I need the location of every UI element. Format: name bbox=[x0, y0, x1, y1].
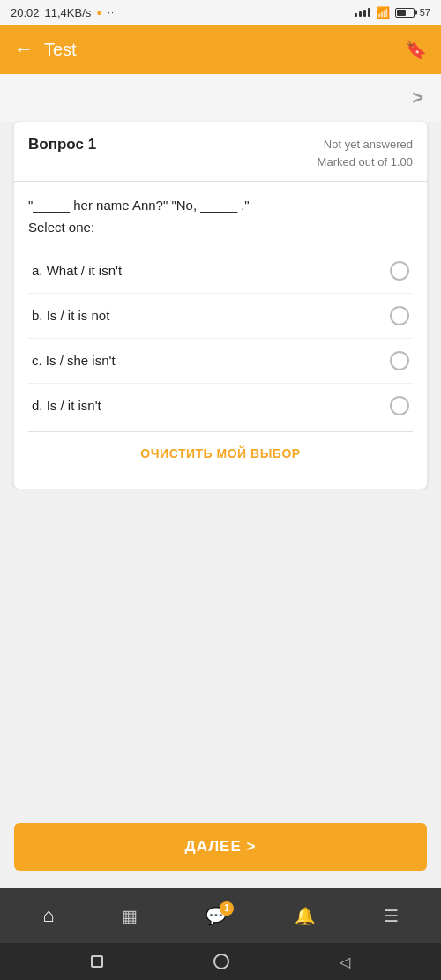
status-line2: Marked out of 1.00 bbox=[318, 153, 413, 171]
question-number: Вопрос 1 bbox=[28, 136, 96, 153]
clear-button[interactable]: ОЧИСТИТЬ МОЙ ВЫБОР bbox=[140, 446, 300, 460]
status-bar: 20:02 11,4KB/s ● ·· 📶 57 bbox=[0, 0, 441, 25]
back-button[interactable]: ← bbox=[14, 38, 34, 61]
next-btn-area: ДАЛЕЕ > bbox=[0, 805, 441, 888]
arrow-area: > bbox=[0, 74, 441, 122]
option-a-text: a. What / it isn't bbox=[32, 263, 122, 278]
status-dots2: ·· bbox=[108, 7, 115, 18]
question-header: Вопрос 1 Not yet answered Marked out of … bbox=[14, 122, 427, 182]
status-time: 20:02 bbox=[11, 6, 40, 19]
option-d-radio[interactable] bbox=[390, 396, 409, 415]
home-icon: ⌂ bbox=[42, 904, 54, 927]
next-button[interactable]: ДАЛЕЕ > bbox=[14, 823, 427, 871]
option-c-text: c. Is / she isn't bbox=[32, 353, 116, 368]
status-left: 20:02 11,4KB/s ● ·· bbox=[11, 6, 115, 19]
option-list: a. What / it isn't b. Is / it is not c. … bbox=[28, 249, 413, 428]
battery-percent: 57 bbox=[420, 7, 430, 18]
option-c[interactable]: c. Is / she isn't bbox=[28, 339, 413, 384]
option-d-text: d. Is / it isn't bbox=[32, 398, 101, 413]
next-arrow-top[interactable]: > bbox=[412, 86, 423, 109]
calendar-icon: ▦ bbox=[122, 906, 138, 926]
android-back-btn[interactable]: ◁ bbox=[340, 954, 350, 970]
bell-icon: 🔔 bbox=[295, 906, 316, 926]
question-text: "_____ her name Ann?" "No, _____ ." bbox=[28, 196, 413, 216]
select-label: Select one: bbox=[28, 220, 413, 235]
nav-calendar[interactable]: ▦ bbox=[122, 906, 138, 926]
menu-icon: ☰ bbox=[384, 908, 399, 924]
question-card: Вопрос 1 Not yet answered Marked out of … bbox=[14, 122, 427, 489]
battery-icon bbox=[395, 8, 415, 18]
bottom-nav: ⌂ ▦ 1 💬 🔔 ☰ bbox=[0, 888, 441, 943]
nav-bell[interactable]: 🔔 bbox=[295, 906, 316, 926]
status-network: 11,4KB/s bbox=[45, 6, 92, 19]
top-bar: ← Test 🔖 bbox=[0, 25, 441, 74]
android-nav: ◁ bbox=[0, 943, 441, 980]
option-a-radio[interactable] bbox=[390, 261, 409, 281]
option-c-radio[interactable] bbox=[390, 351, 409, 370]
status-dot: ● bbox=[96, 7, 102, 18]
nav-menu[interactable]: ☰ bbox=[384, 908, 399, 924]
status-right: 📶 57 bbox=[355, 6, 430, 19]
nav-home[interactable]: ⌂ bbox=[42, 904, 54, 927]
option-b-text: b. Is / it is not bbox=[32, 308, 109, 323]
option-a[interactable]: a. What / it isn't bbox=[28, 249, 413, 294]
android-square-btn[interactable] bbox=[91, 955, 103, 968]
option-b[interactable]: b. Is / it is not bbox=[28, 294, 413, 339]
android-home-btn[interactable] bbox=[213, 954, 229, 969]
question-status: Not yet answered Marked out of 1.00 bbox=[318, 136, 413, 170]
page-title: Test bbox=[44, 40, 77, 60]
option-b-radio[interactable] bbox=[390, 306, 409, 325]
status-line1: Not yet answered bbox=[318, 136, 413, 153]
question-body: "_____ her name Ann?" "No, _____ ." Sele… bbox=[14, 182, 427, 489]
option-d[interactable]: d. Is / it isn't bbox=[28, 384, 413, 428]
chat-badge: 1 bbox=[220, 901, 234, 916]
signal-icon bbox=[355, 8, 370, 17]
bookmark-icon[interactable]: 🔖 bbox=[405, 39, 427, 60]
top-bar-left: ← Test bbox=[14, 38, 77, 61]
wifi-icon: 📶 bbox=[376, 6, 390, 19]
clear-btn-row: ОЧИСТИТЬ МОЙ ВЫБОР bbox=[28, 431, 413, 475]
nav-chat[interactable]: 1 💬 bbox=[206, 906, 227, 926]
